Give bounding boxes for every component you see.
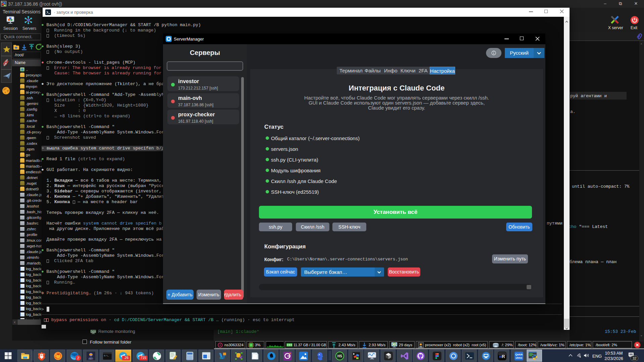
svg-text:FRKY: FRKY	[89, 358, 93, 360]
svg-text:HS: HS	[337, 354, 342, 358]
svg-text:utmo: utmo	[516, 356, 522, 359]
svg-text:C:\_: C:\_	[104, 355, 109, 357]
svg-text:R: R	[502, 354, 505, 359]
svg-text:Quick: Quick	[515, 353, 523, 356]
